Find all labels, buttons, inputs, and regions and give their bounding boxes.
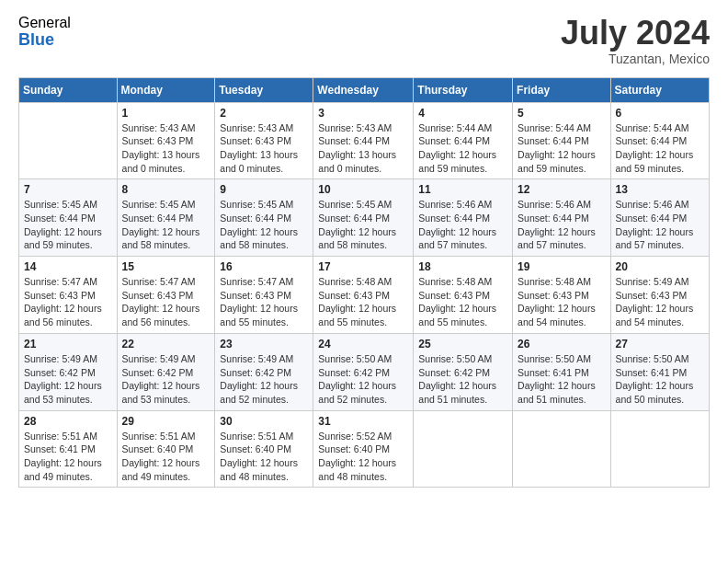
day-info: Sunrise: 5:49 AMSunset: 6:43 PMDaylight:… — [616, 275, 704, 329]
daylight-text: Daylight: 12 hours and 51 minutes. — [418, 379, 507, 406]
table-row: 13Sunrise: 5:46 AMSunset: 6:44 PMDayligh… — [610, 179, 709, 257]
table-row — [19, 102, 118, 179]
table-row — [513, 410, 611, 488]
table-row: 21Sunrise: 5:49 AMSunset: 6:42 PMDayligh… — [19, 333, 118, 410]
table-row: 11Sunrise: 5:46 AMSunset: 6:44 PMDayligh… — [414, 179, 513, 257]
daylight-text: Daylight: 12 hours and 53 minutes. — [24, 379, 112, 406]
table-row: 8Sunrise: 5:45 AMSunset: 6:44 PMDaylight… — [117, 179, 215, 257]
day-info: Sunrise: 5:43 AMSunset: 6:44 PMDaylight:… — [318, 121, 408, 176]
day-info: Sunrise: 5:46 AMSunset: 6:44 PMDaylight:… — [418, 198, 507, 252]
daylight-text: Daylight: 12 hours and 55 minutes. — [418, 302, 507, 328]
day-info: Sunrise: 5:49 AMSunset: 6:42 PMDaylight:… — [24, 352, 112, 407]
table-row: 19Sunrise: 5:48 AMSunset: 6:43 PMDayligh… — [513, 257, 611, 334]
day-number: 12 — [518, 183, 606, 196]
day-info: Sunrise: 5:50 AMSunset: 6:41 PMDaylight:… — [616, 352, 704, 407]
day-info: Sunrise: 5:51 AMSunset: 6:40 PMDaylight:… — [220, 430, 308, 484]
sunset-text: Sunset: 6:43 PM — [220, 134, 308, 148]
sunset-text: Sunset: 6:42 PM — [318, 366, 408, 380]
sunset-text: Sunset: 6:43 PM — [220, 289, 308, 303]
sunrise-text: Sunrise: 5:50 AM — [318, 352, 408, 366]
sunset-text: Sunset: 6:43 PM — [122, 289, 210, 303]
sunset-text: Sunset: 6:40 PM — [122, 442, 210, 456]
sunrise-text: Sunrise: 5:43 AM — [220, 121, 308, 135]
calendar-header-row: Sunday Monday Tuesday Wednesday Thursday… — [19, 77, 710, 102]
daylight-text: Daylight: 12 hours and 55 minutes. — [220, 302, 308, 328]
day-number: 21 — [24, 338, 112, 350]
table-row — [414, 410, 513, 488]
day-info: Sunrise: 5:49 AMSunset: 6:42 PMDaylight:… — [220, 352, 308, 407]
daylight-text: Daylight: 12 hours and 53 minutes. — [122, 379, 210, 406]
day-info: Sunrise: 5:44 AMSunset: 6:44 PMDaylight:… — [418, 121, 507, 176]
header: General Blue July 2024 Tuzantan, Mexico — [18, 15, 710, 66]
day-info: Sunrise: 5:45 AMSunset: 6:44 PMDaylight:… — [220, 198, 308, 252]
sunset-text: Sunset: 6:44 PM — [518, 212, 606, 225]
table-row: 6Sunrise: 5:44 AMSunset: 6:44 PMDaylight… — [610, 102, 709, 179]
table-row: 26Sunrise: 5:50 AMSunset: 6:41 PMDayligh… — [513, 333, 611, 410]
day-info: Sunrise: 5:48 AMSunset: 6:43 PMDaylight:… — [518, 275, 606, 329]
sunrise-text: Sunrise: 5:46 AM — [518, 198, 606, 212]
day-number: 13 — [616, 183, 704, 196]
daylight-text: Daylight: 12 hours and 58 minutes. — [220, 225, 308, 252]
logo-blue: Blue — [18, 31, 71, 50]
day-number: 9 — [220, 183, 308, 196]
sunset-text: Sunset: 6:42 PM — [122, 366, 210, 380]
month-title: July 2024 — [561, 15, 710, 52]
daylight-text: Daylight: 12 hours and 49 minutes. — [24, 456, 112, 483]
day-number: 6 — [616, 107, 704, 120]
daylight-text: Daylight: 12 hours and 56 minutes. — [122, 302, 210, 328]
sunset-text: Sunset: 6:44 PM — [220, 212, 308, 225]
calendar-week-row: 28Sunrise: 5:51 AMSunset: 6:41 PMDayligh… — [19, 410, 710, 488]
day-number: 19 — [518, 260, 606, 273]
daylight-text: Daylight: 12 hours and 56 minutes. — [24, 302, 112, 328]
table-row: 15Sunrise: 5:47 AMSunset: 6:43 PMDayligh… — [117, 257, 215, 334]
sunset-text: Sunset: 6:43 PM — [418, 289, 507, 303]
sunrise-text: Sunrise: 5:48 AM — [318, 275, 408, 289]
logo: General Blue — [18, 15, 71, 49]
sunset-text: Sunset: 6:40 PM — [318, 442, 408, 456]
table-row: 9Sunrise: 5:45 AMSunset: 6:44 PMDaylight… — [215, 179, 313, 257]
daylight-text: Daylight: 12 hours and 59 minutes. — [418, 148, 507, 175]
sunrise-text: Sunrise: 5:51 AM — [220, 430, 308, 443]
sunset-text: Sunset: 6:43 PM — [24, 289, 112, 303]
sunrise-text: Sunrise: 5:47 AM — [122, 275, 210, 289]
table-row: 7Sunrise: 5:45 AMSunset: 6:44 PMDaylight… — [19, 179, 118, 257]
day-info: Sunrise: 5:48 AMSunset: 6:43 PMDaylight:… — [418, 275, 507, 329]
daylight-text: Daylight: 13 hours and 0 minutes. — [318, 148, 408, 175]
table-row: 25Sunrise: 5:50 AMSunset: 6:42 PMDayligh… — [414, 333, 513, 410]
table-row: 31Sunrise: 5:52 AMSunset: 6:40 PMDayligh… — [313, 410, 414, 488]
sunset-text: Sunset: 6:42 PM — [418, 366, 507, 380]
sunrise-text: Sunrise: 5:47 AM — [24, 275, 112, 289]
day-number: 25 — [418, 338, 507, 350]
day-number: 20 — [616, 260, 704, 273]
table-row: 27Sunrise: 5:50 AMSunset: 6:41 PMDayligh… — [610, 333, 709, 410]
table-row: 23Sunrise: 5:49 AMSunset: 6:42 PMDayligh… — [215, 333, 313, 410]
sunrise-text: Sunrise: 5:51 AM — [122, 430, 210, 443]
day-info: Sunrise: 5:46 AMSunset: 6:44 PMDaylight:… — [518, 198, 606, 252]
table-row: 1Sunrise: 5:43 AMSunset: 6:43 PMDaylight… — [117, 102, 215, 179]
daylight-text: Daylight: 12 hours and 54 minutes. — [616, 302, 704, 328]
day-info: Sunrise: 5:44 AMSunset: 6:44 PMDaylight:… — [616, 121, 704, 176]
day-info: Sunrise: 5:47 AMSunset: 6:43 PMDaylight:… — [122, 275, 210, 329]
sunrise-text: Sunrise: 5:52 AM — [318, 430, 408, 443]
sunset-text: Sunset: 6:41 PM — [518, 366, 606, 380]
daylight-text: Daylight: 12 hours and 59 minutes. — [518, 148, 606, 175]
day-number: 10 — [318, 183, 408, 196]
sunrise-text: Sunrise: 5:44 AM — [518, 121, 606, 135]
day-number: 7 — [24, 183, 112, 196]
col-tuesday: Tuesday — [215, 77, 313, 102]
day-number: 5 — [518, 107, 606, 120]
table-row — [610, 410, 709, 488]
daylight-text: Daylight: 12 hours and 51 minutes. — [518, 379, 606, 406]
day-number: 30 — [220, 415, 308, 428]
day-info: Sunrise: 5:50 AMSunset: 6:42 PMDaylight:… — [318, 352, 408, 407]
day-info: Sunrise: 5:44 AMSunset: 6:44 PMDaylight:… — [518, 121, 606, 176]
day-info: Sunrise: 5:48 AMSunset: 6:43 PMDaylight:… — [318, 275, 408, 329]
sunset-text: Sunset: 6:44 PM — [122, 212, 210, 225]
logo-text: General Blue — [18, 15, 71, 49]
day-number: 26 — [518, 338, 606, 350]
sunrise-text: Sunrise: 5:44 AM — [616, 121, 704, 135]
day-info: Sunrise: 5:47 AMSunset: 6:43 PMDaylight:… — [24, 275, 112, 329]
sunset-text: Sunset: 6:42 PM — [24, 366, 112, 380]
sunset-text: Sunset: 6:44 PM — [616, 134, 704, 148]
daylight-text: Daylight: 12 hours and 54 minutes. — [518, 302, 606, 328]
